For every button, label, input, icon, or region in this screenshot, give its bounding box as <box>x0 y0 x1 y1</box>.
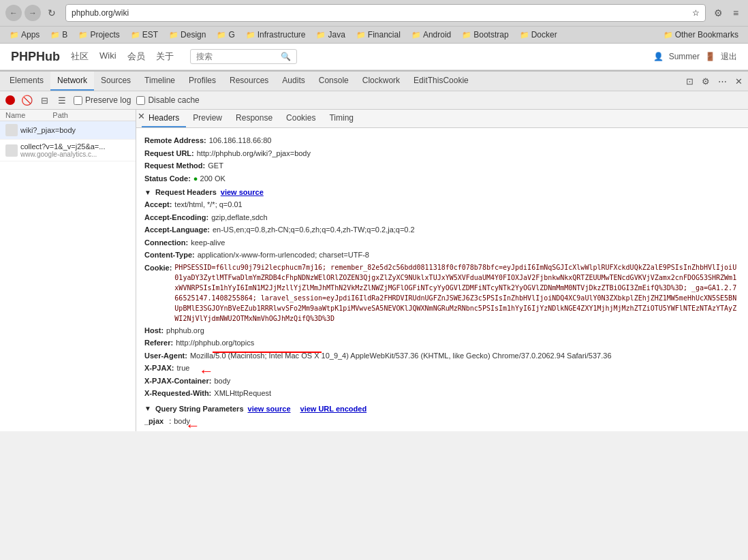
bookmark-bootstrap[interactable]: 📁 Bootstrap <box>458 29 512 41</box>
remote-address-val: 106.186.118.66:80 <box>209 135 272 146</box>
site-search[interactable]: 🔍 <box>190 49 297 64</box>
view-button[interactable]: ☰ <box>56 94 68 106</box>
clear-button[interactable]: 🚫 <box>20 94 33 106</box>
request-item[interactable]: wiki?_pjax=body <box>0 121 136 140</box>
tab-sources[interactable]: Sources <box>94 72 138 91</box>
site-user: 👤 Summer 🚪 退出 <box>653 51 737 63</box>
record-button[interactable] <box>5 95 15 105</box>
content-type-key: Content-Type: <box>144 249 195 261</box>
request-url-val: http://phphub.org/wiki?_pjax=body <box>197 148 311 159</box>
bookmark-g[interactable]: 📁 G <box>213 29 238 41</box>
bookmark-b[interactable]: 📁 B <box>46 29 72 41</box>
detail-tab-preview[interactable]: Preview <box>186 110 229 127</box>
x-pjax-container-row: X-PJAX-Container: body <box>144 375 740 387</box>
close-icon[interactable]: ✕ <box>732 74 745 88</box>
bookmark-bootstrap-label: Bootstrap <box>473 30 508 40</box>
bookmark-other[interactable]: 📁 Other Bookmarks <box>659 29 743 41</box>
settings-icon[interactable]: ⚙ <box>699 74 713 88</box>
req-name-1: wiki?_pjax=body <box>20 126 76 134</box>
devtools-tabs: Elements Network Sources Timeline Profil… <box>0 72 748 91</box>
bookmark-infrastructure[interactable]: 📁 Infrastructure <box>242 29 310 41</box>
query-string-title: ▼ Query String Parameters view source vi… <box>144 405 740 413</box>
tab-console[interactable]: Console <box>312 72 356 91</box>
browser-toolbar: ← → ↻ phphub.org/wiki ☆ ⚙ ≡ <box>0 0 748 26</box>
detail-tab-headers[interactable]: Headers <box>142 110 186 127</box>
menu-icon[interactable]: ≡ <box>729 6 743 20</box>
collapse-triangle-2[interactable]: ▼ <box>144 405 151 412</box>
tab-network[interactable]: Network <box>50 72 94 91</box>
tab-resources[interactable]: Resources <box>223 72 275 91</box>
host-row: Host: phphub.org <box>144 325 740 337</box>
accept-row: Accept: text/html, */*; q=0.01 <box>144 199 740 211</box>
tab-audits[interactable]: Audits <box>275 72 311 91</box>
website: PHPHub 社区 Wiki 会员 关于 🔍 👤 Summer 🚪 退出 <box>0 43 748 70</box>
detail-tab-cookies[interactable]: Cookies <box>279 110 322 127</box>
filter-button[interactable]: ⊟ <box>38 94 50 106</box>
request-item-row-2: collect?v=1&_v=j25&a=... www.google-anal… <box>5 142 130 158</box>
detail-tab-response[interactable]: Response <box>229 110 279 127</box>
x-pjax-container-key: X-PJAX-Container: <box>144 375 211 387</box>
bookmark-design-label: Design <box>181 30 206 40</box>
bookmark-apps[interactable]: 📁 Apps <box>5 29 44 41</box>
accept-language-val: en-US,en;q=0.8,zh-CN;q=0.6,zh;q=0.4,zh-T… <box>213 224 415 236</box>
request-item-2[interactable]: collect?v=1&_v=j25&a=... www.google-anal… <box>0 140 136 161</box>
search-icon[interactable]: 🔍 <box>281 52 291 61</box>
x-pjax-key: X-PJAX: <box>144 362 174 374</box>
detail-tabs: Headers Preview Response Cookies Timing <box>136 110 748 128</box>
pjax-param-row: _pjax : body ← <box>144 416 740 427</box>
accept-encoding-row: Accept-Encoding: gzip,deflate,sdch <box>144 212 740 223</box>
devtools-tab-icons: ⊡ ⚙ ⋯ ✕ <box>683 74 745 88</box>
bookmark-est[interactable]: 📁 EST <box>127 29 162 41</box>
folder-icon: 📁 <box>131 31 140 40</box>
view-source-link[interactable]: view source <box>221 188 264 196</box>
disable-cache-label[interactable]: Disable cache <box>136 95 199 105</box>
tab-editthiscookie[interactable]: EditThisCookie <box>407 72 476 91</box>
bookmark-star-icon[interactable]: ☆ <box>692 8 700 18</box>
nav-about[interactable]: 关于 <box>156 50 174 63</box>
folder-icon: 📁 <box>316 31 326 40</box>
detail-header-basic: Remote Address: 106.186.118.66:80 Reques… <box>144 135 740 184</box>
url-display: phphub.org/wiki <box>72 8 688 18</box>
extensions-icon[interactable]: ⚙ <box>711 6 725 20</box>
preserve-log-label[interactable]: Preserve log <box>74 95 131 105</box>
bookmark-android[interactable]: 📁 Android <box>407 29 455 41</box>
connection-val: keep-alive <box>191 237 225 249</box>
nav-wiki[interactable]: Wiki <box>99 50 116 63</box>
tab-profiles[interactable]: Profiles <box>182 72 223 91</box>
address-bar[interactable]: phphub.org/wiki ☆ <box>65 4 706 22</box>
search-input[interactable] <box>196 52 278 61</box>
view-source-link-2[interactable]: view source <box>248 405 291 413</box>
back-button[interactable]: ← <box>5 5 22 21</box>
disable-cache-text: Disable cache <box>148 95 199 105</box>
close-detail-button[interactable]: ✕ <box>138 111 145 121</box>
view-url-encoded-link[interactable]: view URL encoded <box>300 405 367 413</box>
bookmarks-bar: 📁 Apps 📁 B 📁 Projects 📁 EST 📁 Design 📁 G… <box>0 26 748 43</box>
tab-clockwork[interactable]: Clockwork <box>356 72 407 91</box>
more-icon[interactable]: ⋯ <box>715 74 729 88</box>
nav-members[interactable]: 会员 <box>127 50 145 63</box>
preserve-log-checkbox[interactable] <box>74 96 82 105</box>
dock-icon[interactable]: ⊡ <box>683 74 696 88</box>
bookmark-financial[interactable]: 📁 Financial <box>352 29 405 41</box>
request-headers-content: Accept: text/html, */*; q=0.01 Accept-En… <box>144 199 740 399</box>
tab-timeline[interactable]: Timeline <box>138 72 182 91</box>
disable-cache-checkbox[interactable] <box>136 96 145 105</box>
status-indicator: ● <box>193 174 198 183</box>
bookmark-infrastructure-label: Infrastructure <box>258 30 306 40</box>
host-key: Host: <box>144 325 163 337</box>
bookmark-java[interactable]: 📁 Java <box>312 29 349 41</box>
tab-elements[interactable]: Elements <box>3 72 50 91</box>
x-pjax-container-val: body <box>214 375 230 387</box>
bookmark-est-label: EST <box>142 30 158 40</box>
refresh-button[interactable]: ↻ <box>44 5 60 21</box>
forward-button[interactable]: → <box>25 5 41 21</box>
logout-link[interactable]: 退出 <box>721 51 737 63</box>
detail-tab-timing[interactable]: Timing <box>322 110 360 127</box>
status-code-val: ● 200 OK <box>193 173 225 185</box>
path-col-header: Path <box>52 111 68 119</box>
bookmark-design[interactable]: 📁 Design <box>165 29 210 41</box>
bookmark-projects[interactable]: 📁 Projects <box>74 29 123 41</box>
collapse-triangle[interactable]: ▼ <box>144 189 151 196</box>
nav-community[interactable]: 社区 <box>71 50 89 63</box>
bookmark-docker[interactable]: 📁 Docker <box>516 29 561 41</box>
